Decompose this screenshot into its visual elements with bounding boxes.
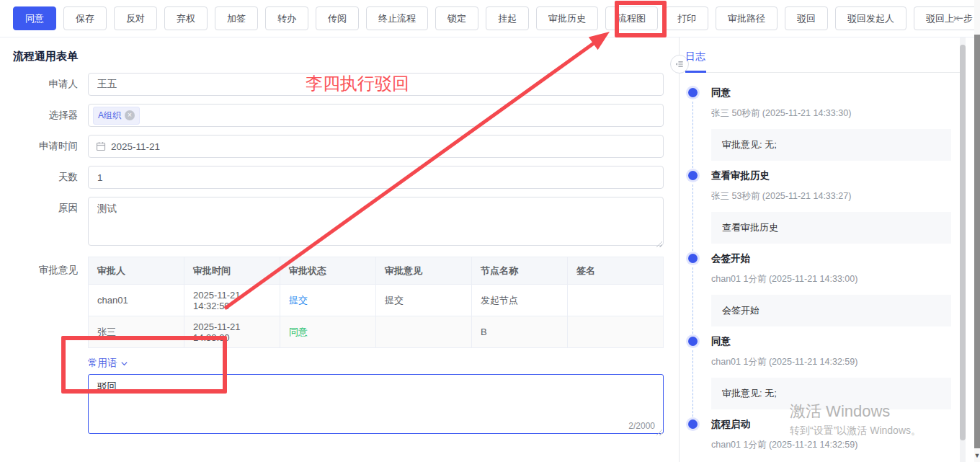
toolbar-button-approve[interactable]: 同意: [13, 6, 56, 30]
log-entry-meta: chan01 1分前 (2025-11-21 14:33:00): [711, 274, 951, 285]
log-panel: 日志 同意张三 50秒前 (2025-11-21 14:33:30)审批意见: …: [679, 37, 960, 462]
approval-table-header: 审批意见: [376, 257, 472, 285]
log-entry-title: 查看审批历史: [711, 170, 951, 181]
applicant-input[interactable]: [88, 73, 664, 96]
approval-table-header: 审批时间: [184, 257, 280, 285]
selector-tag: A组织 ×: [93, 107, 140, 125]
log-entry-title: 同意: [711, 87, 951, 98]
toolbar-button-reject-to-initiator[interactable]: 驳回发起人: [835, 6, 906, 30]
cell-time: 2025-11-21 14:33:30: [184, 316, 280, 348]
log-entry-meta: 张三 53秒前 (2025-11-21 14:33:27): [711, 191, 951, 202]
char-counter: 2/2000: [628, 421, 655, 431]
toolbar-button-reject[interactable]: 驳回: [785, 6, 828, 30]
log-entry-meta: chan01 1分前 (2025-11-21 14:32:59): [711, 357, 951, 368]
common-phrases-dropdown[interactable]: 常用语: [88, 357, 128, 370]
days-label: 天数: [13, 166, 88, 189]
comment-textarea[interactable]: 驳回: [88, 374, 664, 434]
cell-time: 2025-11-21 14:32:59: [184, 285, 280, 316]
form-title: 流程通用表单: [13, 50, 679, 63]
toolbar-button-approval-path[interactable]: 审批路径: [716, 6, 778, 30]
log-entry-meta: chan01 1分前 (2025-11-21 14:32:59): [711, 440, 951, 450]
approval-table-body: chan012025-11-21 14:32:59提交提交发起节点张三2025-…: [89, 285, 664, 348]
selector-tag-label: A组织: [98, 110, 121, 122]
log-entry-title: 流程启动: [711, 419, 951, 430]
toolbar-button-oppose[interactable]: 反对: [114, 6, 157, 30]
approval-table-row: chan012025-11-21 14:32:59提交提交发起节点: [89, 285, 664, 316]
timeline-dot-icon: [688, 171, 698, 180]
cell-comment: 提交: [376, 285, 472, 316]
toolbar-button-lock[interactable]: 锁定: [435, 6, 478, 30]
form-row-selector: 选择器 A组织 ×: [13, 104, 679, 127]
form-area: 流程通用表单 申请人 选择器 A组织 × 申请时间: [0, 37, 679, 445]
toolbar-button-add-sign[interactable]: 加签: [215, 6, 258, 30]
toolbar-button-transfer[interactable]: 转办: [265, 6, 308, 30]
form-row-apply-time: 申请时间 2025-11-21: [13, 135, 679, 158]
log-entry: 查看审批历史张三 53秒前 (2025-11-21 14:33:27)查看审批历…: [688, 170, 951, 244]
calendar-icon: [96, 141, 106, 151]
applicant-label: 申请人: [13, 73, 88, 96]
tab-log[interactable]: 日志: [685, 50, 705, 72]
cell-approver: chan01: [89, 285, 184, 316]
timeline-dot-icon: [688, 254, 698, 263]
tag-close-icon[interactable]: ×: [125, 110, 135, 120]
log-entry: 会签开始chan01 1分前 (2025-11-21 14:33:00)会签开始: [688, 253, 951, 326]
approval-comments-label: 审批意见: [13, 257, 88, 284]
log-entry: 同意张三 50秒前 (2025-11-21 14:33:30)审批意见: 无;: [688, 87, 951, 161]
toolbar-button-circulate[interactable]: 传阅: [316, 6, 359, 30]
chevron-down-icon: [120, 360, 128, 368]
approval-table-header: 审批人: [89, 257, 184, 285]
log-scrollbar-thumb[interactable]: [960, 45, 966, 440]
timeline-dot-icon: [688, 337, 698, 346]
toolbar-button-print[interactable]: 打印: [665, 6, 708, 30]
toolbar-button-abstain[interactable]: 弃权: [164, 6, 208, 30]
common-phrases-label: 常用语: [88, 357, 117, 370]
toolbar-button-terminate-flow[interactable]: 终止流程: [366, 6, 428, 30]
log-entry-detail: 审批意见: 无;: [711, 378, 951, 409]
scrollbar-down-arrow-icon[interactable]: ▼: [974, 451, 980, 460]
toolbar: 同意保存反对弃权加签转办传阅终止流程锁定挂起审批历史流程图打印审批路径驳回驳回发…: [0, 0, 980, 37]
cell-approver: 张三: [89, 316, 184, 348]
log-entry-meta: 张三 50秒前 (2025-11-21 14:33:30): [711, 108, 951, 119]
log-entry-detail: 会签开始: [711, 295, 951, 326]
collapse-panel-icon: [674, 59, 685, 69]
form-row-reason: 原因 测试: [13, 197, 679, 249]
approval-table-header-row: 审批人审批时间审批状态审批意见节点名称签名: [89, 257, 664, 285]
tab-active-indicator: [685, 71, 706, 73]
date-input[interactable]: 2025-11-21: [88, 135, 664, 158]
cell-node: B: [472, 316, 568, 348]
close-icon[interactable]: ×: [953, 12, 960, 25]
form-row-phrases: 常用语: [13, 356, 679, 370]
log-timeline: 同意张三 50秒前 (2025-11-21 14:33:30)审批意见: 无;查…: [680, 73, 960, 450]
log-entry-title: 会签开始: [711, 253, 951, 264]
cell-sign: [568, 285, 664, 316]
days-input[interactable]: [88, 166, 664, 189]
approval-history-table: 审批人审批时间审批状态审批意见节点名称签名 chan012025-11-21 1…: [88, 257, 664, 348]
cell-status: 提交: [280, 285, 376, 316]
log-entry-detail: 审批意见: 无;: [711, 129, 951, 161]
approval-dialog: 同意保存反对弃权加签转办传阅终止流程锁定挂起审批历史流程图打印审批路径驳回驳回发…: [0, 0, 980, 462]
approval-table-row: 张三2025-11-21 14:33:30同意B: [89, 316, 664, 348]
log-entry: 流程启动chan01 1分前 (2025-11-21 14:32:59): [688, 419, 951, 450]
cell-comment: [376, 316, 472, 348]
toolbar-button-reject-previous-step[interactable]: 驳回上一步: [914, 6, 980, 30]
log-header: 日志: [685, 37, 960, 73]
timeline-dot-icon: [688, 419, 698, 429]
cell-status: 同意: [280, 316, 376, 348]
reason-label: 原因: [13, 197, 88, 220]
page-scrollbar-thumb[interactable]: [974, 35, 980, 448]
selector-input[interactable]: A组织 ×: [88, 104, 664, 127]
toolbar-button-flow-chart[interactable]: 流程图: [605, 6, 658, 30]
form-row-applicant: 申请人: [13, 73, 679, 96]
toolbar-button-save[interactable]: 保存: [63, 6, 107, 30]
log-entry-title: 同意: [711, 336, 951, 347]
cell-sign: [568, 316, 664, 348]
approval-table-header: 签名: [568, 257, 664, 285]
form-row-comment: 驳回 2/2000: [13, 374, 679, 437]
apply-time-label: 申请时间: [13, 135, 88, 158]
toolbar-button-suspend[interactable]: 挂起: [486, 6, 529, 30]
approval-table-header: 审批状态: [280, 257, 376, 285]
toolbar-button-approval-history[interactable]: 审批历史: [536, 6, 598, 30]
timeline-dot-icon: [688, 88, 698, 97]
form-row-approval-table: 审批意见 审批人审批时间审批状态审批意见节点名称签名 chan012025-11…: [13, 257, 679, 348]
reason-textarea[interactable]: 测试: [88, 197, 664, 246]
